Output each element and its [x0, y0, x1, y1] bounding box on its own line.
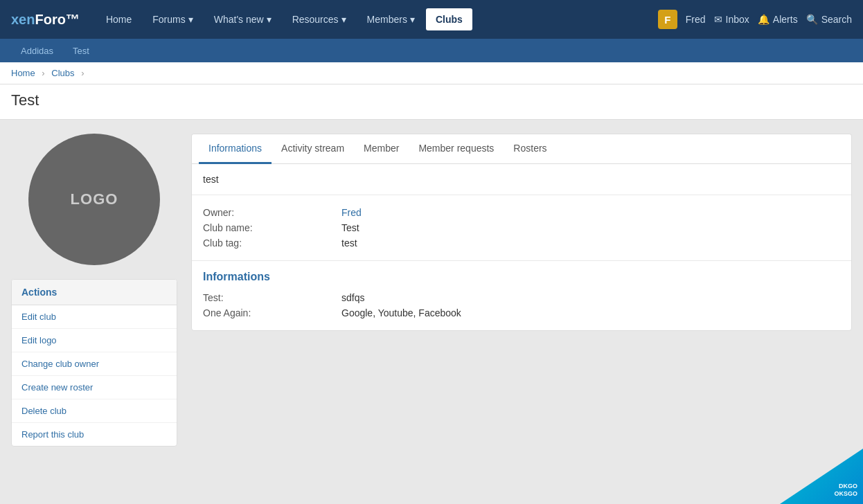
informations-section: Informations Test: sdfqs One Again: Goog…: [192, 261, 851, 330]
description-section: test: [192, 164, 851, 195]
user-name[interactable]: Fred: [686, 14, 706, 25]
breadcrumb-clubs[interactable]: Clubs: [51, 68, 74, 78]
chevron-down-icon: ▾: [188, 14, 193, 25]
alerts-link[interactable]: 🔔 Alerts: [758, 14, 798, 25]
owner-row: Owner: Fred: [203, 205, 840, 220]
breadcrumb: Home › Clubs ›: [0, 62, 863, 84]
action-change-owner[interactable]: Change club owner: [12, 352, 177, 376]
action-edit-logo[interactable]: Edit logo: [12, 329, 177, 352]
nav-clubs[interactable]: Clubs: [426, 8, 472, 30]
secondary-nav: Addidas Test: [0, 39, 863, 62]
test-row: Test: sdfqs: [203, 290, 840, 305]
tab-member-requests[interactable]: Member requests: [409, 134, 504, 164]
top-nav: xenForo™ Home Forums ▾ What's new ▾ Reso…: [0, 0, 863, 39]
club-name-label: Club name:: [203, 222, 341, 233]
action-delete-club[interactable]: Delete club: [12, 399, 177, 423]
nav-members[interactable]: Members ▾: [357, 8, 425, 30]
chevron-down-icon: ▾: [341, 14, 346, 25]
user-avatar-badge: F: [658, 10, 677, 29]
club-name-value: Test: [341, 222, 359, 233]
main-content: LOGO Actions Edit club Edit logo Change …: [0, 120, 863, 460]
actions-heading: Actions: [12, 280, 177, 305]
search-icon: 🔍: [806, 14, 818, 25]
owner-label: Owner:: [203, 207, 341, 218]
action-report-club[interactable]: Report this club: [12, 423, 177, 446]
breadcrumb-sep2: ›: [81, 68, 84, 78]
action-edit-club[interactable]: Edit club: [12, 305, 177, 329]
test-value: sdfqs: [341, 292, 364, 303]
nav-home[interactable]: Home: [96, 8, 141, 30]
one-again-label: One Again:: [203, 307, 341, 318]
tab-rosters[interactable]: Rosters: [504, 134, 556, 164]
right-column: Informations Activity stream Member Memb…: [191, 134, 852, 447]
secondary-nav-addidas[interactable]: Addidas: [11, 42, 63, 60]
nav-forums[interactable]: Forums ▾: [143, 8, 202, 30]
secondary-nav-test[interactable]: Test: [63, 42, 99, 60]
search-link[interactable]: 🔍 Search: [806, 14, 852, 25]
breadcrumb-home[interactable]: Home: [11, 68, 35, 78]
nav-links: Home Forums ▾ What's new ▾ Resources ▾ M…: [96, 8, 658, 30]
basic-info-section: Owner: Fred Club name: Test Club tag: te…: [192, 195, 851, 261]
one-again-row: One Again: Google, Youtube, Facebook: [203, 305, 840, 321]
club-tag-value: test: [341, 237, 357, 249]
owner-value[interactable]: Fred: [341, 207, 362, 218]
site-logo[interactable]: xenForo™: [11, 12, 80, 28]
test-label: Test:: [203, 292, 341, 303]
tab-bar: Informations Activity stream Member Memb…: [191, 134, 852, 163]
chevron-down-icon: ▾: [267, 14, 272, 25]
club-description: test: [203, 174, 840, 185]
page-title-bar: Test: [0, 84, 863, 120]
inbox-icon: ✉: [714, 14, 722, 25]
logo-part1: xen: [11, 12, 35, 27]
page-title: Test: [11, 91, 852, 109]
action-create-roster[interactable]: Create new roster: [12, 376, 177, 399]
one-again-value: Google, Youtube, Facebook: [341, 307, 461, 318]
club-tag-row: Club tag: test: [203, 235, 840, 251]
tab-member[interactable]: Member: [354, 134, 409, 164]
left-column: LOGO Actions Edit club Edit logo Change …: [11, 134, 177, 447]
actions-box: Actions Edit club Edit logo Change club …: [11, 279, 177, 447]
bell-icon: 🔔: [758, 14, 769, 25]
club-name-row: Club name: Test: [203, 220, 840, 235]
chevron-down-icon: ▾: [410, 14, 415, 25]
tab-activity-stream[interactable]: Activity stream: [272, 134, 354, 164]
club-logo: LOGO: [28, 134, 160, 265]
nav-right: F Fred ✉ Inbox 🔔 Alerts 🔍 Search: [658, 10, 852, 29]
informations-heading: Informations: [203, 271, 840, 283]
logo-part2: Foro: [35, 12, 65, 27]
tab-content: test Owner: Fred Club name: Test Club ta…: [191, 163, 852, 331]
tab-informations[interactable]: Informations: [199, 134, 272, 164]
nav-whats-new[interactable]: What's new ▾: [204, 8, 281, 30]
nav-resources[interactable]: Resources ▾: [283, 8, 356, 30]
inbox-link[interactable]: ✉ Inbox: [714, 14, 749, 25]
breadcrumb-sep1: ›: [42, 68, 44, 78]
club-tag-label: Club tag:: [203, 237, 341, 249]
